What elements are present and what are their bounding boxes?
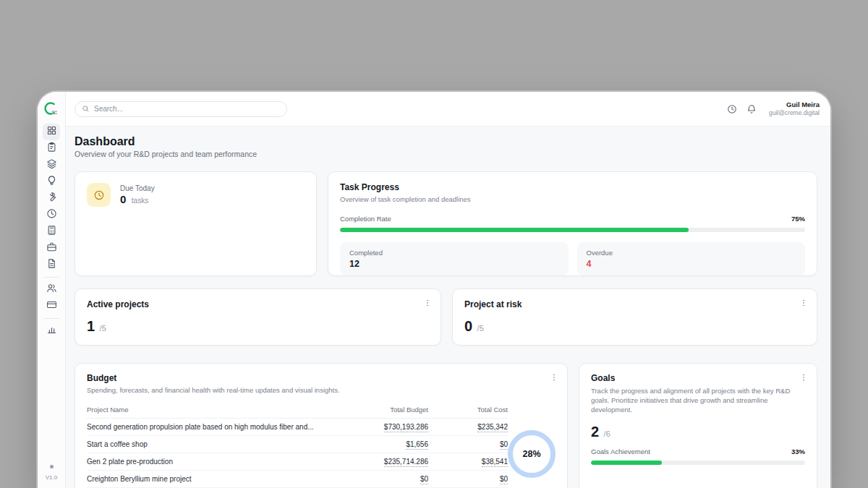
sidebar-item-ideas[interactable] [43,174,60,190]
col-project-name: Project Name [87,403,341,419]
total-budget-value[interactable]: $235,714.286 [384,458,428,467]
sidebar-item-layers[interactable] [43,157,60,174]
goals-total: /6 [604,429,610,438]
project-name: Gen 2 plate pre-production [87,453,341,471]
col-total-cost: Total Cost [428,403,508,419]
active-projects-menu-icon[interactable] [423,298,432,308]
project-at-risk-value: 0 [464,318,472,334]
lightbulb-icon [46,175,57,189]
clipboard-icon [46,142,57,155]
sidebar-item-calculator[interactable] [43,223,60,240]
completed-label: Completed [349,249,559,257]
goals-achievement-value: 33% [791,448,805,455]
completion-rate-label: Completion Rate [340,215,391,223]
project-at-risk-value-row: 0 /5 [464,318,805,335]
due-today-value: 0 [120,193,126,205]
sidebar-item-analytics[interactable] [43,322,60,339]
app-window: V1.0 Guil Meira guil@creme.digital Dashb… [38,92,830,488]
budget-table: Project Name Total Budget Total Cost Sec… [87,403,508,488]
due-today-card: Due Today 0 tasks [75,171,317,276]
task-stats-row: Completed 12 Overdue 4 [340,242,805,275]
overdue-value: 4 [587,259,796,269]
task-progress-card: Task Progress Overview of task completio… [328,171,817,276]
creme-logo-icon [43,100,59,118]
sidebar-item-team[interactable] [43,281,60,298]
dashboard-grid-icon [46,125,57,139]
project-at-risk-menu-icon[interactable] [799,298,808,308]
user-name: Guil Meira [769,100,820,109]
layers-icon [46,158,57,172]
budget-row[interactable]: Second generation propulsion plate based… [87,419,508,436]
notifications-bell-icon[interactable] [746,104,757,114]
completion-rate-row: Completion Rate 75% [340,215,805,223]
goals-title: Goals [591,373,805,383]
total-budget-value[interactable]: $730,193.286 [384,423,428,432]
due-today-label: Due Today [120,184,155,192]
budget-row[interactable]: Start a coffee shop $1,656 $0 [87,436,508,453]
budget-body: Project Name Total Budget Total Cost Sec… [87,403,556,488]
goals-achievement-row: Goals Achievement 33% [591,448,805,455]
user-menu[interactable]: Guil Meira guil@creme.digital [769,100,820,117]
bar-chart-icon [46,324,57,338]
search-bar[interactable] [75,101,287,117]
active-projects-value: 1 [87,318,95,334]
project-name: Start a coffee shop [87,436,341,453]
budget-row[interactable]: Creighton Beryllium mine project $0 $0 [87,471,508,488]
budget-row[interactable]: Gen 2 plate pre-production $235,714.286 … [87,453,508,471]
total-budget-value[interactable]: $1,656 [406,440,428,450]
project-name: Creighton Beryllium mine project [87,471,341,488]
sidebar-item-tasks[interactable] [43,140,60,157]
search-input[interactable] [94,105,280,113]
sidebar-divider [43,277,59,278]
total-cost-value[interactable]: $0 [500,440,508,450]
goals-subtitle: Track the progress and alignment of all … [591,387,795,414]
total-cost-value[interactable]: $235,342 [477,423,508,432]
users-icon [46,283,57,296]
wrench-icon [46,192,57,205]
sidebar-item-dashboard[interactable] [43,124,60,140]
goals-menu-icon[interactable] [799,372,808,382]
sidebar: V1.0 [38,92,66,488]
total-cost-value[interactable]: $38,541 [482,458,508,467]
briefcase-icon [46,241,57,255]
sidebar-item-billing[interactable] [43,298,60,314]
goals-progress-track [591,461,805,465]
project-at-risk-card: Project at risk 0 /5 [452,288,817,346]
project-at-risk-title: Project at risk [464,299,805,309]
budget-menu-icon[interactable] [550,372,558,382]
status-dot [50,465,54,468]
history-clock-icon[interactable] [727,104,737,114]
completion-progress-track [340,228,805,232]
completion-rate-value: 75% [791,215,805,223]
sidebar-item-portfolio[interactable] [43,240,60,257]
task-progress-subtitle: Overview of task completion and deadline… [340,195,805,203]
page-subtitle: Overview of your R&D projects and team p… [75,150,257,158]
budget-subtitle: Spending, forecasts, and financial healt… [87,386,556,394]
completion-progress-fill [340,228,689,232]
goals-card: Goals Track the progress and alignment o… [579,363,817,488]
total-budget-value[interactable]: $0 [420,475,428,484]
topbar: Guil Meira guil@creme.digital [66,92,830,127]
budget-donut: 28% [508,430,556,478]
sidebar-item-time[interactable] [43,207,60,223]
user-email: guil@creme.digital [769,109,820,117]
project-name: Second generation propulsion plate based… [87,419,341,436]
sidebar-item-tools[interactable] [43,190,60,207]
page-title: Dashboard [75,135,135,148]
due-today-value-row: 0 tasks [120,193,148,206]
sidebar-footer: V1.0 [46,465,57,481]
completed-value: 12 [349,259,559,269]
total-cost-value[interactable]: $0 [500,475,508,484]
sidebar-item-documents[interactable] [43,257,60,273]
budget-card: Budget Spending, forecasts, and financia… [75,363,568,488]
version-label: V1.0 [46,474,57,481]
goals-value-row: 2 /6 [591,424,805,440]
sidebar-divider [43,318,59,319]
project-at-risk-total: /5 [477,324,484,333]
budget-donut-wrap: 28% [508,403,556,488]
file-text-icon [46,258,57,272]
task-progress-title: Task Progress [340,182,805,192]
search-icon [82,105,90,113]
budget-header-row: Project Name Total Budget Total Cost [87,403,508,419]
calculator-icon [46,225,57,239]
